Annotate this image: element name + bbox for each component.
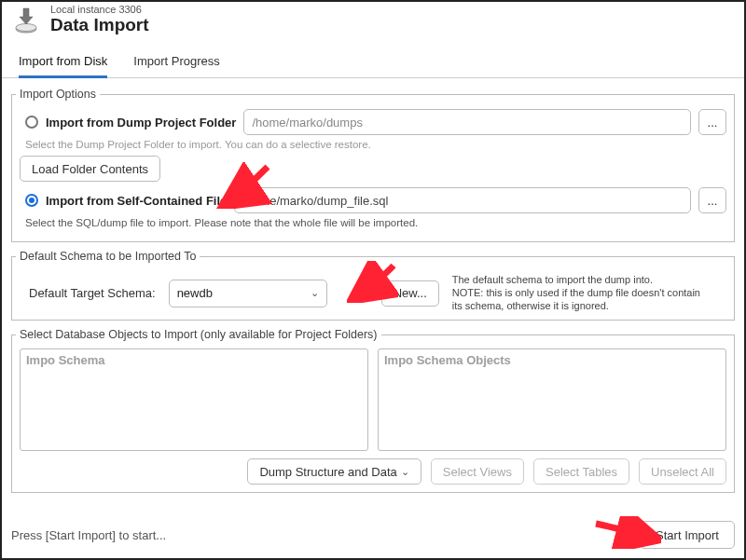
load-folder-contents-button[interactable]: Load Folder Contents <box>20 156 160 182</box>
browse-dump-folder-button[interactable]: ... <box>698 109 726 135</box>
select-views-button[interactable]: Select Views <box>431 458 524 485</box>
select-objects-legend: Select Database Objects to Import (only … <box>16 328 381 341</box>
default-schema-legend: Default Schema to be Imported To <box>16 250 200 263</box>
target-schema-label: Default Target Schema: <box>29 286 156 300</box>
default-schema-group: Default Schema to be Imported To Default… <box>11 250 735 321</box>
dump-folder-path-input[interactable]: /home/marko/dumps <box>243 109 691 135</box>
unselect-all-button[interactable]: Unselect All <box>639 458 726 485</box>
chevron-down-icon: ⌄ <box>311 287 319 299</box>
radio-dump-folder[interactable] <box>25 116 38 129</box>
select-objects-group: Select Database Objects to Import (only … <box>11 328 735 493</box>
dump-folder-help: Select the Dump Project Folder to import… <box>25 139 726 150</box>
select-tables-button[interactable]: Select Tables <box>533 458 629 485</box>
browse-self-contained-button[interactable]: ... <box>698 187 726 213</box>
footer-hint: Press [Start Import] to start... <box>11 528 166 542</box>
self-contained-path-input[interactable]: /home/marko/dump_file.sql <box>234 187 691 213</box>
radio-self-contained[interactable] <box>25 194 38 207</box>
import-icon <box>11 5 41 34</box>
import-options-group: Import Options Import from Dump Project … <box>11 88 735 242</box>
instance-label: Local instance 3306 <box>50 4 149 15</box>
dump-mode-select[interactable]: Dump Structure and Data ⌄ <box>247 458 421 485</box>
tab-import-progress[interactable]: Import Progress <box>133 47 219 77</box>
schema-column-header: Impo Schema <box>26 353 362 367</box>
start-import-button[interactable]: Start Import <box>640 521 735 549</box>
new-schema-button[interactable]: New... <box>381 280 439 307</box>
import-options-legend: Import Options <box>16 88 100 101</box>
target-schema-select[interactable]: newdb ⌄ <box>169 280 327 307</box>
schema-objects-listbox[interactable]: Impo Schema Objects <box>378 348 726 451</box>
schema-note: The default schema to import the dump in… <box>452 274 713 312</box>
radio-dump-folder-label[interactable]: Import from Dump Project Folder <box>46 116 236 130</box>
header: Local instance 3306 Data Import <box>2 2 744 39</box>
self-contained-help: Select the SQL/dump file to import. Plea… <box>25 217 726 228</box>
schema-listbox[interactable]: Impo Schema <box>20 348 368 451</box>
target-schema-value: newdb <box>177 286 213 300</box>
tabs: Import from Disk Import Progress <box>2 47 744 78</box>
radio-self-contained-label[interactable]: Import from Self-Contained File <box>46 194 227 208</box>
page-title: Data Import <box>50 15 149 35</box>
chevron-down-icon: ⌄ <box>401 466 409 478</box>
objects-column-header: Impo Schema Objects <box>384 353 720 367</box>
tab-import-from-disk[interactable]: Import from Disk <box>19 47 107 77</box>
svg-point-1 <box>16 24 36 32</box>
